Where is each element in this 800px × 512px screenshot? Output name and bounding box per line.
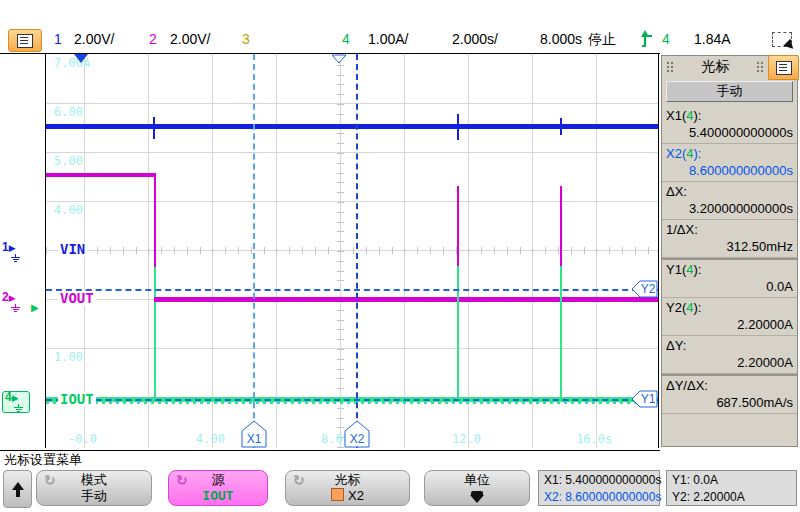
cursor-y1-line[interactable] <box>46 399 658 401</box>
panel-grip[interactable] <box>666 61 675 73</box>
cursor-y2-line[interactable] <box>46 289 658 291</box>
trigger-level[interactable]: 1.84A <box>694 31 731 47</box>
softkey-unit[interactable]: 单位 <box>424 470 530 506</box>
waveform-vout-low <box>154 297 658 302</box>
panel-menu-button[interactable] <box>768 55 799 80</box>
ch1-ground-icon <box>10 254 21 262</box>
cursor-y-readout: Y1: 0.0A Y2: 2.20000A <box>666 470 797 506</box>
panel-grip[interactable] <box>756 61 765 73</box>
menu-back-button[interactable] <box>3 470 32 508</box>
y-axis-label: 1.00 <box>54 350 83 364</box>
ch1-scale[interactable]: 2.00V/ <box>74 31 114 47</box>
ch4-number[interactable]: 4 <box>342 31 350 47</box>
time-reference-marker-icon <box>331 54 347 64</box>
x-axis-label: 16.0s <box>576 432 612 446</box>
softkey-cursor[interactable]: ↻光标 X2 <box>285 470 410 506</box>
svg-text:Y2: Y2 <box>641 282 656 296</box>
cursor-mode-button[interactable]: 手动 <box>666 81 793 102</box>
panel-title: 光标 <box>679 58 752 76</box>
center-axis-ticks <box>337 54 344 448</box>
menu-icon <box>776 61 792 75</box>
display-area: 1▶ 2▶ ▶ 4▶ <box>0 53 660 451</box>
cursor-x2-line[interactable] <box>356 54 358 448</box>
ch2-pointer-icon: ▶ <box>9 293 16 303</box>
knob-icon: ↻ <box>176 472 188 489</box>
ch4-marker-label: 4 <box>5 390 12 404</box>
trigger-edge-icon <box>640 30 654 48</box>
timebase[interactable]: 2.000s/ <box>452 31 498 47</box>
vin-glitch <box>153 117 155 139</box>
trace-label-vin: VIN <box>58 242 87 257</box>
softkey-mode[interactable]: ↻模式 手动 <box>36 470 152 506</box>
cursor-field-dx: ΔX: 3.200000000000s <box>662 182 797 220</box>
waveform-vout-high <box>46 173 156 177</box>
down-arrow-icon <box>470 491 484 503</box>
cursor-field-y1: Y1(4): 0.0A <box>662 258 797 298</box>
iout-spike <box>457 266 459 399</box>
y-axis-label: 6.00 <box>54 105 83 119</box>
cursor-field-dy: ΔY: 2.20000A <box>662 336 797 374</box>
vin-glitch <box>457 114 459 140</box>
trigger-level-arrow-icon[interactable]: ▶ <box>31 302 39 313</box>
gridline <box>46 152 658 153</box>
toolbar: 1 2.00V/ 2 2.00V/ 3 4 1.00A/ 2.000s/ 8.0… <box>0 28 800 53</box>
cursor-x2-flag[interactable]: X2 <box>344 420 370 448</box>
ch4-scale[interactable]: 1.00A/ <box>368 31 408 47</box>
cursor-panel: 光标 手动 X1(4): 5.400000000000s X2(4): 8.60… <box>661 55 798 447</box>
cursor-field-y2: Y2(4): 2.20000A <box>662 298 797 336</box>
gridline <box>46 103 658 104</box>
ch3-number[interactable]: 3 <box>242 31 250 47</box>
svg-text:X2: X2 <box>350 432 365 446</box>
knob-icon: ↻ <box>293 472 305 489</box>
cursor-field-x2: X2(4): 8.600000000000s <box>662 144 797 182</box>
up-arrow-icon <box>12 482 24 490</box>
iout-spike <box>154 267 156 399</box>
cursor-field-x1: X1(4): 5.400000000000s <box>662 106 797 144</box>
y-axis-label: 4.00 <box>54 203 83 217</box>
svg-text:X1: X1 <box>247 432 262 446</box>
vout-falling-edge <box>154 175 156 267</box>
cursor-x1-flag[interactable]: X1 <box>241 420 267 448</box>
ch1-ground-marker[interactable]: 1▶ <box>2 242 42 262</box>
cursor-x1-line[interactable] <box>253 54 255 448</box>
x-axis-label: -0.0 <box>68 432 97 446</box>
trace-label-iout: IOUT <box>58 392 96 407</box>
y-axis-label: 5.00 <box>54 154 83 168</box>
ch1-number[interactable]: 1 <box>54 31 62 47</box>
cursor-arrow-icon <box>783 39 796 52</box>
vin-glitch <box>560 118 562 135</box>
x-axis-label: 12.0 <box>452 432 481 446</box>
cursor-field-inv-dx: 1/ΔX: 312.50mHz <box>662 220 797 258</box>
selection-tool-icon[interactable] <box>772 32 792 47</box>
ch1-pointer-icon: ▶ <box>9 243 16 253</box>
cursor-y1-flag[interactable]: Y1 <box>631 390 658 408</box>
waveform-vin <box>46 124 658 129</box>
cursor-field-dy-dx: ΔY/ΔX: 687.500mA/s <box>662 374 797 414</box>
delay-time[interactable]: 8.000s <box>540 31 582 47</box>
knob-icon: ↻ <box>44 472 56 489</box>
ch4-ground-icon <box>13 404 24 412</box>
svg-text:Y1: Y1 <box>641 392 656 406</box>
iout-spike <box>560 266 562 399</box>
up-arrow-icon <box>16 490 20 497</box>
waveform-iout-noise <box>46 402 658 404</box>
center-axis-ticks <box>46 247 658 254</box>
active-cursor-icon <box>331 488 344 501</box>
ch2-number[interactable]: 2 <box>149 31 157 47</box>
x-axis-label: 4.00 <box>196 432 225 446</box>
ch4-ground-marker[interactable]: 4▶ <box>2 391 30 413</box>
menu-icon <box>17 34 33 48</box>
main-menu-button[interactable] <box>8 29 42 52</box>
cursor-y2-flag[interactable]: Y2 <box>631 280 658 298</box>
trigger-time-marker-icon[interactable] <box>74 54 88 63</box>
ch2-marker-label: 2 <box>2 290 9 304</box>
ch2-scale[interactable]: 2.00V/ <box>170 31 210 47</box>
oscilloscope-screen: 1 2.00V/ 2 2.00V/ 3 4 1.00A/ 2.000s/ 8.0… <box>0 0 800 512</box>
acquisition-state: 停止 <box>588 31 616 49</box>
softkey-source[interactable]: ↻源 IOUT <box>168 470 268 506</box>
ch2-ground-icon <box>10 304 21 312</box>
trigger-source[interactable]: 4 <box>662 31 670 47</box>
ch4-pointer-icon: ▶ <box>12 393 19 403</box>
gridline <box>46 201 658 202</box>
trace-label-vout: VOUT <box>58 291 96 306</box>
